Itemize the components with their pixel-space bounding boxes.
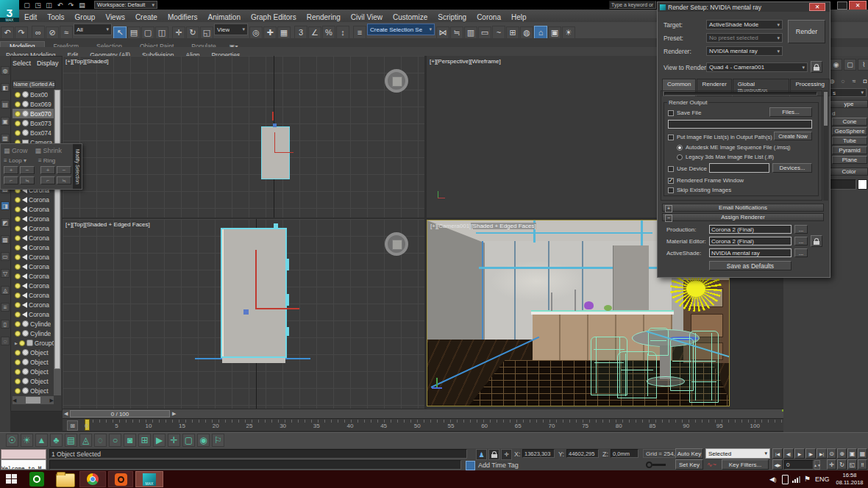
autodesk-imsq-radio[interactable] bbox=[677, 145, 683, 151]
shrink-button[interactable]: ▦ Shrink bbox=[35, 147, 63, 154]
ribbon-toggle-icon[interactable]: ▭ bbox=[478, 26, 491, 40]
vertex-handle[interactable] bbox=[273, 123, 277, 127]
vertex-handle-blue[interactable] bbox=[243, 309, 249, 315]
time-slider-thumb[interactable]: 0 / 100 bbox=[70, 410, 170, 417]
list-item[interactable]: Corona bbox=[13, 252, 54, 262]
volume-icon[interactable]: ◀) bbox=[769, 476, 776, 483]
viewport-top-label[interactable]: [+][Top][Shaded] bbox=[65, 58, 109, 65]
go-start-button[interactable]: |◀ bbox=[772, 448, 783, 459]
orbit-icon[interactable]: ↻ bbox=[837, 459, 847, 470]
camera-viewport-label[interactable]: [+][Camera001][Shaded + Edged Faces] bbox=[430, 223, 536, 229]
email-notifications-rollout[interactable]: + Email Notifications bbox=[662, 204, 824, 212]
light-icon[interactable]: ☉ bbox=[6, 434, 18, 447]
search-input[interactable]: Type a keyword or bbox=[609, 1, 656, 9]
material-browse-button[interactable]: ... bbox=[794, 237, 808, 245]
activeshade-browse-button[interactable]: ... bbox=[794, 248, 808, 257]
explorer-vscroll-thumb[interactable] bbox=[54, 90, 60, 369]
list-item[interactable]: Object bbox=[13, 357, 54, 367]
ring-icon[interactable]: ○ bbox=[109, 434, 121, 447]
object-type-rollout[interactable]: ype bbox=[830, 100, 868, 108]
select-manipulate-icon[interactable]: ✚ bbox=[263, 26, 277, 40]
redo-icon[interactable]: ↷ bbox=[15, 26, 28, 40]
list-item[interactable]: Corona bbox=[13, 262, 54, 271]
save-as-defaults-button[interactable]: Save as Defaults bbox=[709, 261, 791, 270]
move-icon[interactable]: ✛ bbox=[172, 26, 185, 40]
output-file-field[interactable] bbox=[668, 120, 812, 129]
open-file-icon[interactable]: ◳ bbox=[33, 1, 43, 9]
list-item[interactable]: Corona bbox=[13, 290, 54, 300]
renderer-combo[interactable]: NVIDIA mental ray▾ bbox=[706, 46, 783, 56]
slider-left-arrow[interactable]: ◀ bbox=[64, 411, 68, 417]
shapes-category-icon[interactable]: ◌ bbox=[839, 76, 847, 85]
redo-icon[interactable]: ↷ bbox=[66, 1, 76, 9]
flag-icon[interactable]: ⚑ bbox=[804, 475, 811, 483]
play-box-icon[interactable]: ▶ bbox=[153, 434, 166, 447]
modify-selection-tab[interactable]: Modify Selection bbox=[73, 144, 82, 189]
list-item[interactable]: Cylinde bbox=[13, 329, 54, 338]
object-name-field[interactable] bbox=[830, 179, 856, 190]
name-color-rollout[interactable]: Color bbox=[830, 168, 868, 176]
menu-civil-view[interactable]: Civil View bbox=[346, 12, 388, 23]
next-frame-button[interactable]: |▶ bbox=[805, 448, 816, 459]
slider-right-arrow[interactable]: ▶ bbox=[172, 411, 176, 417]
dialog-title-bar[interactable]: Render Setup: NVIDIA mental ray ✕ bbox=[658, 2, 830, 12]
percent-snap-icon[interactable]: % bbox=[322, 26, 335, 39]
list-item[interactable]: Corona bbox=[13, 223, 54, 233]
selection-filter-combo[interactable]: All▾ bbox=[74, 24, 112, 35]
menu-rendering[interactable]: Rendering bbox=[302, 12, 346, 23]
menu-help[interactable]: Help bbox=[506, 12, 532, 23]
auto-key-button[interactable]: Auto Key bbox=[675, 448, 703, 459]
key-mode-toggle[interactable]: ◀▶ bbox=[772, 459, 783, 470]
list-item[interactable]: Object bbox=[13, 367, 54, 376]
list-item[interactable]: Corona bbox=[13, 300, 54, 309]
primitive-button-cone[interactable]: Cone bbox=[832, 118, 867, 126]
primitive-button-geosphere[interactable]: GeoSphere bbox=[832, 127, 867, 135]
xbox-taskbar-icon[interactable] bbox=[29, 472, 44, 487]
preset-combo[interactable]: No preset selected▾ bbox=[706, 33, 783, 43]
rotate-icon[interactable]: ↻ bbox=[186, 26, 199, 40]
maximize-viewport-icon[interactable]: ◱ bbox=[847, 459, 857, 470]
grid-plus-icon[interactable]: ⊞ bbox=[138, 434, 151, 447]
list-item[interactable]: Cylinde bbox=[13, 319, 54, 329]
bind-spacewarp-icon[interactable]: ≈ bbox=[60, 26, 73, 39]
menu-views[interactable]: Views bbox=[100, 12, 130, 23]
list-item[interactable]: Object bbox=[13, 348, 54, 357]
viewport-perspective-label[interactable]: [+][Perspective][Wireframe] bbox=[430, 58, 501, 65]
ring-mode-button[interactable]: ≒ bbox=[57, 176, 71, 184]
maxscript-mini-listener[interactable] bbox=[1, 449, 46, 459]
rendered-frame-icon[interactable]: ▣ bbox=[548, 26, 561, 40]
zoom-extents-all-icon[interactable]: ▦ bbox=[858, 448, 867, 459]
start-button[interactable] bbox=[6, 474, 18, 484]
legacy-ifl-radio[interactable] bbox=[677, 154, 683, 160]
scale-icon[interactable]: ◱ bbox=[200, 26, 213, 40]
display-helpers-icon[interactable]: ▥ bbox=[1, 134, 10, 143]
menu-group[interactable]: Group bbox=[70, 12, 101, 23]
lock-explorer-icon[interactable]: ▯ bbox=[1, 320, 10, 329]
skip-existing-checkbox[interactable] bbox=[668, 187, 674, 193]
viewport-top[interactable]: [+][Top][Shaded] bbox=[63, 56, 424, 218]
project-folder-icon[interactable]: ▤ bbox=[77, 1, 87, 9]
select-link-icon[interactable]: ∞ bbox=[32, 26, 45, 39]
primitive-button-tube[interactable]: Tube bbox=[832, 137, 867, 145]
use-pivot-icon[interactable]: ◎ bbox=[249, 26, 263, 40]
view-lock-button[interactable] bbox=[811, 61, 822, 73]
layers-icon[interactable]: ◙ bbox=[124, 434, 136, 447]
transform-gizmo-icon[interactable]: ✛ bbox=[501, 449, 512, 460]
explorer-hscrollbar[interactable]: ◀ ▶ bbox=[13, 396, 54, 404]
list-item[interactable]: Corona bbox=[13, 195, 54, 204]
expand-arrow-icon[interactable]: ▶ bbox=[15, 341, 18, 345]
undo-icon[interactable]: ↶ bbox=[1, 26, 14, 40]
prev-frame-button[interactable]: ◀| bbox=[783, 448, 794, 459]
list-item[interactable]: Box073 bbox=[13, 118, 54, 128]
primitive-button-plane[interactable]: Plane bbox=[832, 156, 867, 164]
max-taskbar-button[interactable]: MAX bbox=[135, 471, 163, 487]
display-geometry-icon[interactable]: ◍ bbox=[1, 66, 10, 75]
put-image-list-checkbox[interactable] bbox=[668, 134, 674, 140]
production-browse-button[interactable]: ... bbox=[794, 225, 808, 234]
filter-icon[interactable]: ▽ bbox=[1, 269, 10, 278]
view-compass[interactable] bbox=[385, 232, 408, 256]
pin-icon[interactable]: ▭ bbox=[1, 252, 10, 261]
list-item[interactable]: Corona bbox=[13, 243, 54, 252]
snap-toggle-icon[interactable]: 3 bbox=[294, 26, 307, 39]
lamp-icon[interactable]: ⚐ bbox=[212, 434, 224, 447]
